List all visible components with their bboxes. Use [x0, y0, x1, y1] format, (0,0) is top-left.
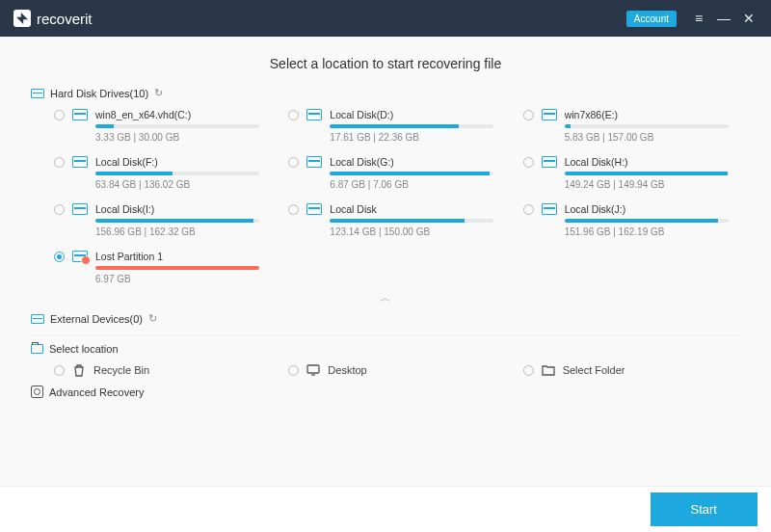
- footer: Start: [0, 486, 771, 532]
- drive-item[interactable]: win8_en_x64.vhd(C:)3.33 GB | 30.00 GB: [54, 109, 271, 143]
- radio-icon[interactable]: [288, 365, 299, 376]
- drive-icon: [542, 156, 557, 168]
- drive-icon: [306, 109, 322, 120]
- location-label: Desktop: [328, 364, 366, 376]
- main-content: Select a location to start recovering fi…: [0, 37, 771, 486]
- section-advanced-header[interactable]: Advanced Recovery: [31, 386, 740, 398]
- drive-size: 151.96 GB | 162.19 GB: [565, 226, 740, 237]
- drive-name: Lost Partition 1: [95, 251, 271, 262]
- section-external-header: External Devices(0) ↻: [31, 312, 740, 325]
- drive-item[interactable]: Local Disk(I:)156.96 GB | 162.32 GB: [54, 203, 271, 237]
- drive-item[interactable]: Local Disk(D:)17.61 GB | 22.36 GB: [288, 109, 505, 143]
- location-grid: Recycle BinDesktopSelect Folder: [31, 364, 740, 376]
- radio-icon[interactable]: [288, 157, 299, 168]
- drive-item[interactable]: Local Disk(G:)6.87 GB | 7.06 GB: [288, 156, 505, 190]
- radio-icon[interactable]: [54, 157, 65, 168]
- refresh-icon[interactable]: ↻: [154, 87, 163, 99]
- drive-name: Local Disk(G:): [330, 156, 505, 168]
- drive-size: 63.84 GB | 136.02 GB: [95, 179, 271, 190]
- location-item[interactable]: Desktop: [288, 364, 505, 376]
- radio-icon[interactable]: [523, 365, 534, 376]
- drive-item[interactable]: Local Disk(J:)151.96 GB | 162.19 GB: [523, 203, 740, 237]
- drive-name: Local Disk(I:): [95, 203, 271, 215]
- drive-size: 5.83 GB | 157.00 GB: [565, 132, 740, 143]
- drive-item[interactable]: Local Disk(H:)149.24 GB | 149.94 GB: [523, 156, 740, 190]
- drive-size: 149.24 GB | 149.94 GB: [565, 179, 740, 190]
- radio-icon[interactable]: [288, 204, 299, 215]
- drive-name: Local Disk(F:): [95, 156, 271, 168]
- location-label: Select Folder: [563, 364, 625, 376]
- usage-bar: [330, 219, 493, 223]
- drive-size: 156.96 GB | 162.32 GB: [95, 226, 271, 237]
- folder-icon: [542, 364, 555, 376]
- drive-size: 3.33 GB | 30.00 GB: [95, 132, 271, 143]
- drive-size: 6.97 GB: [95, 274, 271, 284]
- close-icon[interactable]: ✕: [736, 11, 761, 26]
- app-logo: recoverit: [13, 10, 93, 27]
- drive-name: Local Disk(D:): [330, 109, 505, 120]
- location-item[interactable]: Recycle Bin: [54, 364, 271, 376]
- collapse-toggle[interactable]: ︿: [31, 290, 740, 306]
- drive-icon: [306, 203, 322, 215]
- radio-icon[interactable]: [288, 110, 299, 120]
- radio-icon[interactable]: [54, 110, 65, 120]
- account-button[interactable]: Account: [626, 11, 677, 27]
- section-external-label: External Devices(0): [50, 313, 143, 325]
- usage-bar: [95, 219, 259, 223]
- divider: [31, 334, 740, 335]
- drive-item[interactable]: Local Disk(F:)63.84 GB | 136.02 GB: [54, 156, 271, 190]
- section-select-location-header: Select location: [31, 343, 740, 355]
- titlebar: recoverit Account ≡ — ✕: [0, 0, 771, 37]
- radio-icon[interactable]: [54, 252, 65, 262]
- drive-icon: [72, 251, 88, 262]
- drive-size: 6.87 GB | 7.06 GB: [330, 179, 505, 190]
- radio-icon[interactable]: [523, 204, 534, 215]
- location-label: Recycle Bin: [93, 364, 149, 376]
- app-name: recoverit: [37, 11, 93, 27]
- recycle-bin-icon: [72, 364, 86, 376]
- svg-rect-0: [307, 365, 319, 373]
- section-select-location-label: Select location: [49, 343, 119, 355]
- radio-icon[interactable]: [54, 204, 65, 215]
- drive-icon: [542, 203, 557, 215]
- select-location-section-icon: [31, 344, 43, 354]
- drive-item[interactable]: Local Disk123.14 GB | 150.00 GB: [288, 203, 505, 237]
- drive-item[interactable]: Lost Partition 16.97 GB: [54, 251, 271, 284]
- radio-icon[interactable]: [523, 110, 534, 120]
- drive-icon: [72, 156, 88, 168]
- refresh-external-icon[interactable]: ↻: [148, 312, 157, 325]
- drive-name: Local Disk: [330, 203, 505, 215]
- section-advanced-label: Advanced Recovery: [49, 386, 144, 398]
- desktop-icon: [306, 364, 320, 376]
- logo-mark-icon: [13, 10, 31, 27]
- gear-icon: [31, 386, 43, 398]
- menu-icon[interactable]: ≡: [686, 11, 711, 26]
- drive-size: 17.61 GB | 22.36 GB: [330, 132, 505, 143]
- usage-bar: [95, 266, 259, 270]
- usage-bar: [565, 172, 729, 175]
- page-title: Select a location to start recovering fi…: [31, 56, 740, 71]
- drive-grid: win8_en_x64.vhd(C:)3.33 GB | 30.00 GBLoc…: [31, 109, 740, 284]
- drive-icon: [72, 109, 88, 120]
- section-hard-disk-header: Hard Disk Drives(10) ↻: [31, 87, 740, 99]
- hard-disk-section-icon: [31, 89, 44, 98]
- drive-name: Local Disk(H:): [565, 156, 740, 168]
- external-section-icon: [31, 314, 44, 324]
- usage-bar: [330, 124, 493, 128]
- section-hard-disk-label: Hard Disk Drives(10): [50, 88, 148, 99]
- drive-icon: [306, 156, 322, 168]
- drive-size: 123.14 GB | 150.00 GB: [330, 226, 505, 237]
- drive-item[interactable]: win7x86(E:)5.83 GB | 157.00 GB: [523, 109, 740, 143]
- usage-bar: [95, 172, 259, 175]
- radio-icon[interactable]: [54, 365, 65, 376]
- minimize-icon[interactable]: —: [711, 11, 736, 26]
- start-button[interactable]: Start: [651, 492, 758, 526]
- drive-icon: [542, 109, 557, 120]
- usage-bar: [565, 219, 729, 223]
- radio-icon[interactable]: [523, 157, 534, 168]
- usage-bar: [95, 124, 259, 128]
- drive-name: win8_en_x64.vhd(C:): [95, 109, 271, 120]
- drive-icon: [72, 203, 88, 215]
- usage-bar: [565, 124, 729, 128]
- location-item[interactable]: Select Folder: [523, 364, 740, 376]
